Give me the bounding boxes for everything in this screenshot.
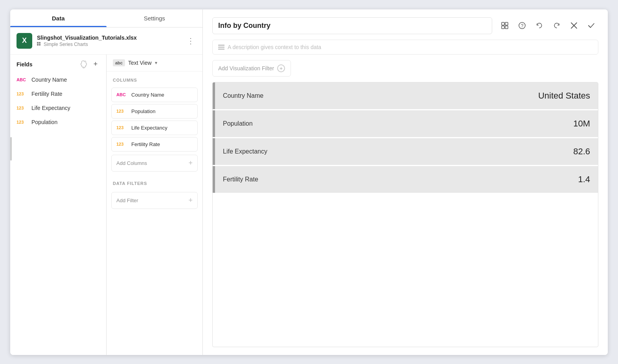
close-button[interactable] [567, 18, 581, 33]
file-subtitle: Simple Series Charts [37, 42, 180, 47]
field-item-country-name[interactable]: ABC Country Name [10, 73, 106, 87]
field-label-population: Population [31, 119, 57, 125]
field-item-fertility-rate[interactable]: 123 Fertility Rate [10, 87, 106, 101]
column-chip-life[interactable]: 123 Life Expectancy [111, 121, 198, 135]
confirm-button[interactable] [584, 18, 598, 33]
svg-rect-2 [502, 26, 504, 29]
fields-header: Fields + [10, 55, 106, 73]
row-value-2: 82.6 [565, 139, 598, 164]
row-value-0: United States [530, 84, 598, 108]
fields-title: Fields [17, 61, 76, 68]
grid-icon [501, 22, 509, 29]
chip-badge-num-life2: 123 [116, 125, 127, 130]
data-table: Country Name United States Population 10… [212, 82, 598, 347]
column-chip-country[interactable]: ABC Country Name [111, 88, 198, 102]
field-badge-num-life: 123 [17, 106, 28, 110]
undo-button[interactable] [532, 18, 546, 33]
columns-section-label: COLUMNS [107, 71, 202, 86]
view-label: Text View [128, 60, 152, 66]
svg-rect-0 [502, 22, 504, 25]
brain-icon [79, 60, 88, 69]
redo-icon [553, 22, 561, 29]
close-icon [570, 22, 578, 29]
filter-label: Add Visualization Filter [218, 65, 274, 71]
two-col-area: Fields + ABC Country Name 123 Fertility … [10, 55, 202, 355]
grid-icon [37, 42, 42, 47]
data-filters-label: DATA FILTERS [107, 175, 202, 189]
field-item-population[interactable]: 123 Population [10, 115, 106, 129]
column-chip-population[interactable]: 123 Population [111, 104, 198, 119]
more-options-button[interactable]: ⋮ [185, 35, 196, 47]
viz-title-input[interactable] [212, 17, 492, 34]
row-value-3: 1.4 [570, 167, 598, 192]
chip-label-fert2: Fertility Rate [131, 141, 160, 147]
chip-label-country: Country Name [131, 92, 164, 98]
chip-badge-abc: ABC [116, 92, 127, 97]
field-badge-num-fertility: 123 [17, 91, 28, 96]
redo-button[interactable] [550, 18, 564, 33]
chip-label-pop: Population [131, 108, 155, 114]
help-icon: ? [518, 22, 526, 29]
chevron-down-icon: ▾ [155, 60, 157, 66]
view-badge: abc [113, 59, 125, 66]
svg-text:?: ? [521, 23, 524, 29]
file-row: X Slingshot_Visualization_Tutorials.xlsx… [10, 27, 202, 55]
row-label-1: Population [215, 113, 565, 134]
excel-icon: X [17, 33, 32, 49]
file-name: Slingshot_Visualization_Tutorials.xlsx [37, 35, 180, 41]
chip-badge-num-fert2: 123 [116, 142, 127, 146]
config-column: abc Text View ▾ COLUMNS ABC Country Name… [107, 55, 202, 355]
file-info: Slingshot_Visualization_Tutorials.xlsx S… [37, 35, 180, 47]
add-columns-plus-icon: + [188, 159, 193, 167]
field-label-life: Life Expectancy [31, 105, 70, 111]
row-value-1: 10M [565, 112, 598, 136]
hamburger-icon[interactable] [218, 45, 224, 49]
svg-rect-1 [505, 22, 508, 25]
field-badge-abc: ABC [17, 77, 28, 82]
view-selector[interactable]: abc Text View ▾ [107, 55, 202, 71]
chip-label-life2: Life Expectancy [131, 125, 167, 131]
add-columns-button[interactable]: Add Columns + [111, 155, 198, 172]
add-viz-filter-row[interactable]: Add Visualization Filter + [212, 60, 291, 77]
row-label-2: Life Expectancy [215, 141, 565, 162]
add-filter-plus-icon: + [188, 196, 193, 205]
field-item-life-expectancy[interactable]: 123 Life Expectancy [10, 101, 106, 115]
grid-view-button[interactable] [498, 18, 512, 33]
confirm-icon [587, 22, 595, 29]
toolbar-icons: ? [498, 18, 598, 33]
table-row: Fertility Rate 1.4 [213, 166, 598, 193]
viz-header: ? [212, 17, 598, 34]
table-row: Population 10M [213, 110, 598, 138]
add-filter-button[interactable]: Add Filter + [111, 192, 198, 209]
table-row: Country Name United States [213, 82, 598, 110]
help-button[interactable]: ? [515, 18, 529, 33]
row-label-0: Country Name [215, 85, 530, 106]
field-label-country: Country Name [31, 77, 67, 83]
field-badge-num-pop: 123 [17, 120, 28, 124]
description-row: A description gives context to this data [212, 40, 598, 55]
field-label-fertility: Fertility Rate [31, 91, 63, 97]
tabs: Data Settings [10, 9, 202, 27]
column-chip-fertility[interactable]: 123 Fertility Rate [111, 137, 198, 152]
right-panel: ? [203, 9, 608, 355]
row-label-3: Fertility Rate [215, 169, 570, 190]
tab-data[interactable]: Data [10, 9, 107, 27]
left-panel: Data Settings X Slingshot_Visualization_… [10, 9, 203, 355]
svg-rect-3 [505, 26, 508, 29]
undo-icon [535, 22, 543, 29]
fields-column: Fields + ABC Country Name 123 Fertility … [10, 55, 107, 355]
chip-badge-num-pop: 123 [116, 109, 127, 113]
tab-settings[interactable]: Settings [107, 9, 203, 27]
add-field-button[interactable]: + [91, 60, 100, 69]
description-placeholder[interactable]: A description gives context to this data [228, 44, 321, 50]
filter-plus-icon: + [277, 64, 285, 72]
table-row: Life Expectancy 82.6 [213, 138, 598, 166]
